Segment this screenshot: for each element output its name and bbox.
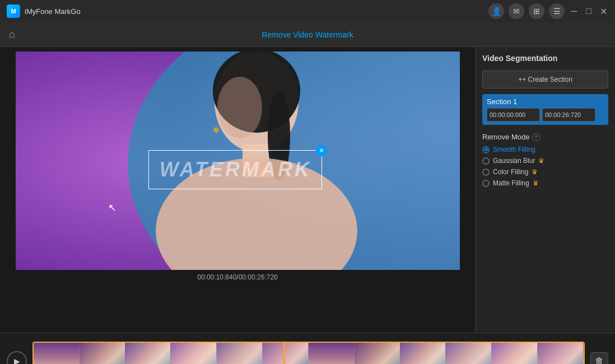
play-button[interactable]: ▶ [7, 351, 27, 365]
titlebar-controls: 👤 ✉ ⊞ ☰ ─ □ ✕ [488, 3, 608, 19]
crown-icon-matte: ♛ [533, 179, 539, 187]
section-label: Section 1 [487, 97, 604, 106]
radio-gaussian-blur[interactable] [482, 157, 490, 165]
watermark-text: WATERMARK [160, 158, 311, 181]
thumb-4 [171, 343, 217, 365]
thumb-7 [309, 343, 355, 365]
thumb-6 [263, 343, 309, 365]
timeline-bar: ▶ 🗑 [0, 333, 615, 364]
panel-title: Video Segmentation [482, 54, 608, 63]
section-start-time[interactable] [487, 108, 540, 122]
maximize-button[interactable]: □ [584, 6, 594, 16]
mode-gaussian-blur[interactable]: Gaussian Blur ♛ [482, 157, 608, 165]
app-logo: M [7, 4, 20, 18]
playhead[interactable] [283, 343, 285, 365]
help-icon[interactable]: ? [532, 133, 540, 141]
mode-label-color: Color Filling [493, 168, 528, 176]
section-item-1[interactable]: Section 1 [482, 94, 608, 125]
mode-smooth-filling[interactable]: Smooth Filling [482, 146, 608, 153]
playhead-indicator [281, 342, 287, 343]
video-canvas[interactable]: WATERMARK ✕ ↖ [16, 52, 460, 270]
minimize-button[interactable]: ─ [569, 6, 579, 16]
remove-mode-title: Remove Mode ? [482, 133, 608, 141]
title-bar: M iMyFone MarkGo 👤 ✉ ⊞ ☰ ─ □ ✕ [0, 0, 615, 22]
radio-color-filling[interactable] [482, 169, 490, 176]
section-end-time[interactable] [542, 108, 595, 122]
radio-smooth-filling[interactable] [482, 146, 490, 153]
close-button[interactable]: ✕ [598, 6, 608, 16]
time-display: 00:00:10:840/00:00:26:720 [0, 270, 475, 284]
mail-button[interactable]: ✉ [509, 3, 524, 19]
play-icon: ▶ [14, 357, 20, 365]
remove-mode-section: Remove Mode ? Smooth Filling Gaussian Bl… [482, 133, 608, 190]
close-watermark-button[interactable]: ✕ [316, 145, 327, 156]
thumb-10 [446, 343, 492, 365]
thumb-1 [34, 343, 80, 365]
mode-matte-filling[interactable]: Matte Filling ♛ [482, 179, 608, 187]
menu-button[interactable]: ☰ [549, 3, 565, 19]
thumb-5 [217, 343, 263, 365]
toolbar-title: Remove Video Watermark [262, 30, 353, 39]
section-times [487, 108, 604, 122]
thumb-3 [125, 343, 171, 365]
trash-icon: 🗑 [595, 356, 604, 365]
crown-icon-color: ♛ [532, 168, 538, 176]
radio-matte-filling[interactable] [482, 180, 490, 187]
cursor-indicator: ↖ [108, 202, 117, 214]
app-title: iMyFone MarkGo [25, 7, 81, 16]
watermark-selection-box[interactable]: WATERMARK ✕ [148, 150, 322, 189]
delete-button[interactable]: 🗑 [590, 352, 608, 365]
mode-label-matte: Matte Filling [493, 179, 529, 187]
right-panel: Video Segmentation + + Create Section Se… [475, 47, 615, 333]
mode-label-gaussian: Gaussian Blur [493, 157, 535, 165]
timeline-container[interactable] [32, 342, 585, 365]
thumb-11 [492, 343, 538, 365]
svg-point-7 [217, 77, 262, 138]
svg-point-8 [213, 127, 219, 133]
plus-icon: + [518, 76, 522, 83]
thumb-9 [400, 343, 446, 365]
video-area: WATERMARK ✕ ↖ 00:00:10:840/00:00:26:720 [0, 47, 475, 333]
create-section-button[interactable]: + + Create Section [482, 71, 608, 88]
main-area: WATERMARK ✕ ↖ 00:00:10:840/00:00:26:720 … [0, 47, 615, 333]
thumbnail-strip [34, 343, 584, 365]
profile-button[interactable]: 👤 [488, 3, 504, 19]
home-button[interactable]: ⌂ [9, 29, 15, 40]
thumb-8 [355, 343, 400, 365]
thumb-12 [538, 343, 584, 365]
layout-button[interactable]: ⊞ [529, 3, 544, 19]
thumb-2 [80, 343, 125, 365]
mode-color-filling[interactable]: Color Filling ♛ [482, 168, 608, 176]
toolbar: ⌂ Remove Video Watermark [0, 22, 615, 47]
mode-label-smooth: Smooth Filling [493, 146, 535, 153]
crown-icon-gaussian: ♛ [538, 157, 544, 165]
titlebar-left: M iMyFone MarkGo [7, 4, 81, 18]
